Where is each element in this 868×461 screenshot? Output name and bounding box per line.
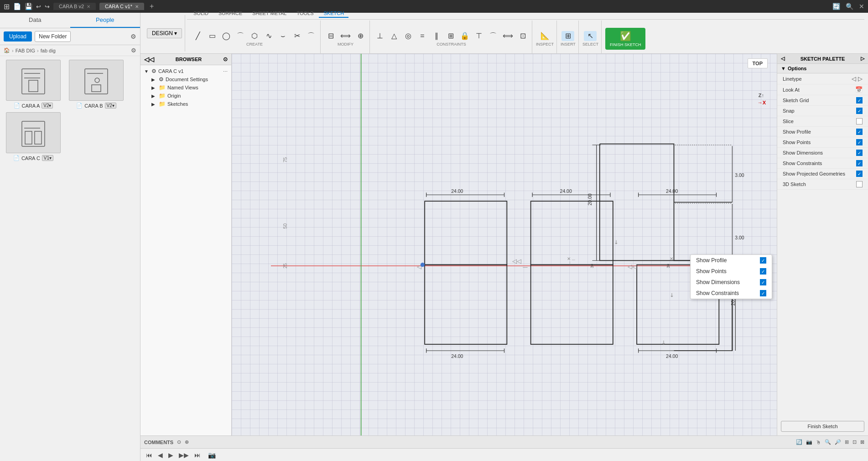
tool-polygon[interactable]: ⬡ (248, 31, 261, 41)
breadcrumb-fab-dig[interactable]: FAB DIG (16, 48, 35, 53)
tool-arc[interactable]: ⌒ (234, 31, 247, 41)
context-menu-item-show-dimensions[interactable]: Show Dimensions ✓ (691, 277, 772, 288)
tool-concentric[interactable]: ◎ (402, 31, 415, 41)
context-menu-check-show-points[interactable]: ✓ (760, 268, 766, 275)
context-menu-item-show-points[interactable]: Show Points ✓ (691, 266, 772, 277)
tool-trim[interactable]: ✂ (291, 31, 303, 41)
context-menu-item-show-profile[interactable]: Show Profile ✓ (691, 255, 772, 266)
palette-finish-sketch-button[interactable]: Finish Sketch (781, 421, 864, 432)
tree-item-sketches[interactable]: ▶ 📁 Sketches (140, 100, 231, 108)
context-menu-item-show-constraints[interactable]: Show Constraints ✓ (691, 288, 772, 299)
breadcrumb-home[interactable]: 🏠 (4, 47, 10, 53)
tab-solid[interactable]: SOLID (189, 10, 213, 18)
tab-cara-b-v2[interactable]: CARA B v2 ✕ (53, 3, 96, 10)
tab-tools[interactable]: TOOLS (292, 10, 318, 18)
sketch-grid-checkbox[interactable] (856, 97, 863, 104)
show-dimensions-checkbox[interactable] (856, 150, 863, 156)
bottom-icon-2[interactable]: 📷 (806, 439, 812, 445)
tool-inspect[interactable]: 📐 (539, 31, 551, 41)
comments-expand-icon[interactable]: ⊙ (177, 439, 181, 445)
slice-checkbox[interactable] (856, 118, 863, 124)
tree-item-doc-settings[interactable]: ▶ ⚙ Document Settings (140, 75, 231, 83)
palette-expand-icon[interactable]: ▷ (861, 56, 864, 62)
tab-data[interactable]: Data (0, 13, 70, 28)
tool-midpoint[interactable]: ⊡ (516, 31, 529, 41)
tool-smooth[interactable]: ⌒ (487, 31, 499, 41)
show-constraints-checkbox[interactable] (856, 160, 863, 166)
tool-coincident[interactable]: ⊥ (374, 31, 386, 41)
upload-button[interactable]: Upload (4, 31, 32, 41)
nav-play-button[interactable]: ▶ (166, 451, 175, 460)
bottom-icon-1[interactable]: 🔄 (796, 439, 802, 445)
tree-origin-expand-icon[interactable]: ▶ (151, 93, 157, 98)
tool-rect[interactable]: ▭ (206, 31, 218, 41)
tree-root[interactable]: ▼ ⚙ CARA C v1 ⋯ (140, 67, 231, 75)
browser-collapse-icon[interactable]: ◁◁ (144, 56, 154, 63)
palette-collapse-icon[interactable]: ◁ (781, 56, 785, 62)
new-folder-button[interactable]: New Folder (35, 31, 71, 42)
tool-fillet[interactable]: ⌒ (305, 31, 317, 41)
comments-collapse-icon[interactable]: ⊕ (185, 439, 189, 445)
file-icon[interactable]: 📄 (13, 3, 21, 10)
tool-tangent[interactable]: ⊤ (473, 31, 485, 41)
cara-b-version[interactable]: V2▾ (105, 103, 116, 109)
file-item-cara-b[interactable]: 📄 CARA B V2▾ (67, 60, 126, 109)
bottom-icon-5[interactable]: ⊞ (845, 439, 849, 445)
design-button[interactable]: DESIGN ▾ (147, 28, 182, 38)
tool-equal[interactable]: = (416, 31, 429, 41)
look-at-icon[interactable]: 📅 (855, 86, 863, 93)
context-menu-check-show-dimensions[interactable]: ✓ (760, 279, 766, 285)
tree-root-options-icon[interactable]: ⋯ (223, 69, 228, 74)
tool-parallel[interactable]: ∥ (430, 31, 443, 41)
show-profile-checkbox[interactable] (856, 129, 863, 135)
tool-select[interactable]: ↖ (584, 31, 597, 41)
tool-line[interactable]: ╱ (192, 31, 204, 41)
tab-people[interactable]: People (70, 13, 140, 28)
tool-project[interactable]: ⊕ (354, 31, 367, 41)
nav-prev-button[interactable]: ◀ (156, 451, 165, 460)
redo-icon[interactable]: ↪ (45, 3, 50, 10)
bottom-icon-4[interactable]: 🔍 (825, 439, 831, 445)
context-menu-check-show-constraints[interactable]: ✓ (760, 290, 766, 296)
tool-spline[interactable]: ∿ (262, 31, 275, 41)
linetype-icon1[interactable]: ◁ (852, 75, 856, 82)
show-projected-checkbox[interactable] (856, 171, 863, 177)
cara-c-version[interactable]: V1▾ (42, 155, 53, 161)
browser-close-icon[interactable]: ⊙ (223, 56, 228, 62)
breadcrumb-fab-dig-sub[interactable]: fab dig (41, 48, 56, 53)
tool-fix[interactable]: 🔒 (458, 31, 471, 41)
3d-sketch-checkbox[interactable] (856, 181, 863, 187)
nav-camera-icon[interactable]: 📷 (208, 451, 216, 459)
cara-a-version[interactable]: V2▾ (42, 103, 53, 109)
tool-offset[interactable]: ⊟ (324, 31, 337, 41)
tree-named-expand-icon[interactable]: ▶ (151, 85, 157, 90)
linetype-icon2[interactable]: ▷ (858, 75, 863, 82)
new-tab-button[interactable]: + (150, 2, 154, 10)
context-menu-check-show-profile[interactable]: ✓ (760, 257, 766, 264)
tree-item-origin[interactable]: ▶ 📁 Origin (140, 92, 231, 100)
breadcrumb-settings-icon[interactable]: ⚙ (131, 47, 136, 54)
nav-next-button[interactable]: ▶▶ (177, 451, 191, 460)
tab-close-icon[interactable]: ✕ (87, 4, 90, 9)
tree-expand-icon[interactable]: ▼ (144, 69, 150, 74)
tree-doc-expand-icon[interactable]: ▶ (151, 77, 157, 82)
app-grid-icon[interactable]: ⊞ (4, 2, 10, 11)
bottom-icon-6[interactable]: ⊡ (852, 439, 857, 445)
settings-icon[interactable]: ⚙ (130, 33, 136, 40)
tool-circle[interactable]: ◯ (220, 31, 233, 41)
tab-sketch[interactable]: SKETCH (319, 10, 348, 18)
tree-item-named-views[interactable]: ▶ 📁 Named Views (140, 83, 231, 92)
tool-insert[interactable]: ⊞ (561, 31, 574, 41)
bottom-zoom[interactable]: 🔎 (835, 439, 841, 445)
tool-perpendicular[interactable]: ⊞ (444, 31, 457, 41)
tab-sheet-metal[interactable]: SHEET METAL (248, 10, 291, 18)
save-icon[interactable]: 💾 (25, 3, 32, 10)
tab-active-close-icon[interactable]: ✕ (135, 4, 139, 9)
snap-checkbox[interactable] (856, 108, 863, 114)
show-points-checkbox[interactable] (856, 139, 863, 145)
file-item-cara-c[interactable]: 📄 CARA C V1▾ (4, 112, 63, 161)
bottom-icon-3[interactable]: 🖱 (816, 440, 821, 445)
tool-conic[interactable]: ⌣ (276, 31, 289, 41)
nav-first-button[interactable]: ⏮ (144, 451, 154, 460)
tab-cara-c-v1[interactable]: CARA C v1* ✕ (99, 3, 144, 10)
